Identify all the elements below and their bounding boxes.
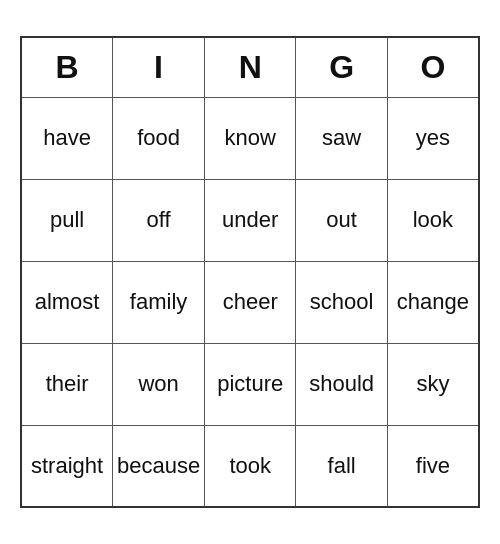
- bingo-cell-1-2: under: [205, 179, 296, 261]
- bingo-row-3: theirwonpictureshouldsky: [21, 343, 479, 425]
- bingo-cell-2-3: school: [296, 261, 387, 343]
- header-g: G: [296, 37, 387, 97]
- bingo-cell-3-0: their: [21, 343, 113, 425]
- bingo-cell-4-1: because: [113, 425, 205, 507]
- bingo-cell-2-1: family: [113, 261, 205, 343]
- bingo-cell-4-3: fall: [296, 425, 387, 507]
- header-b: B: [21, 37, 113, 97]
- bingo-cell-4-4: five: [387, 425, 479, 507]
- bingo-cell-0-4: yes: [387, 97, 479, 179]
- bingo-cell-1-0: pull: [21, 179, 113, 261]
- bingo-row-2: almostfamilycheerschoolchange: [21, 261, 479, 343]
- bingo-cell-3-3: should: [296, 343, 387, 425]
- bingo-row-4: straightbecausetookfallfive: [21, 425, 479, 507]
- header-n: N: [205, 37, 296, 97]
- bingo-cell-2-0: almost: [21, 261, 113, 343]
- bingo-cell-1-4: look: [387, 179, 479, 261]
- bingo-cell-3-1: won: [113, 343, 205, 425]
- bingo-cell-0-2: know: [205, 97, 296, 179]
- bingo-header-row: B I N G O: [21, 37, 479, 97]
- bingo-cell-3-2: picture: [205, 343, 296, 425]
- bingo-row-0: havefoodknowsawyes: [21, 97, 479, 179]
- header-o: O: [387, 37, 479, 97]
- bingo-body: havefoodknowsawyespulloffunderoutlookalm…: [21, 97, 479, 507]
- bingo-row-1: pulloffunderoutlook: [21, 179, 479, 261]
- bingo-cell-0-1: food: [113, 97, 205, 179]
- bingo-cell-2-4: change: [387, 261, 479, 343]
- header-i: I: [113, 37, 205, 97]
- bingo-cell-1-3: out: [296, 179, 387, 261]
- bingo-cell-0-3: saw: [296, 97, 387, 179]
- bingo-cell-4-0: straight: [21, 425, 113, 507]
- bingo-cell-0-0: have: [21, 97, 113, 179]
- bingo-cell-1-1: off: [113, 179, 205, 261]
- bingo-cell-4-2: took: [205, 425, 296, 507]
- bingo-cell-2-2: cheer: [205, 261, 296, 343]
- bingo-cell-3-4: sky: [387, 343, 479, 425]
- bingo-card: B I N G O havefoodknowsawyespulloffunder…: [20, 36, 480, 508]
